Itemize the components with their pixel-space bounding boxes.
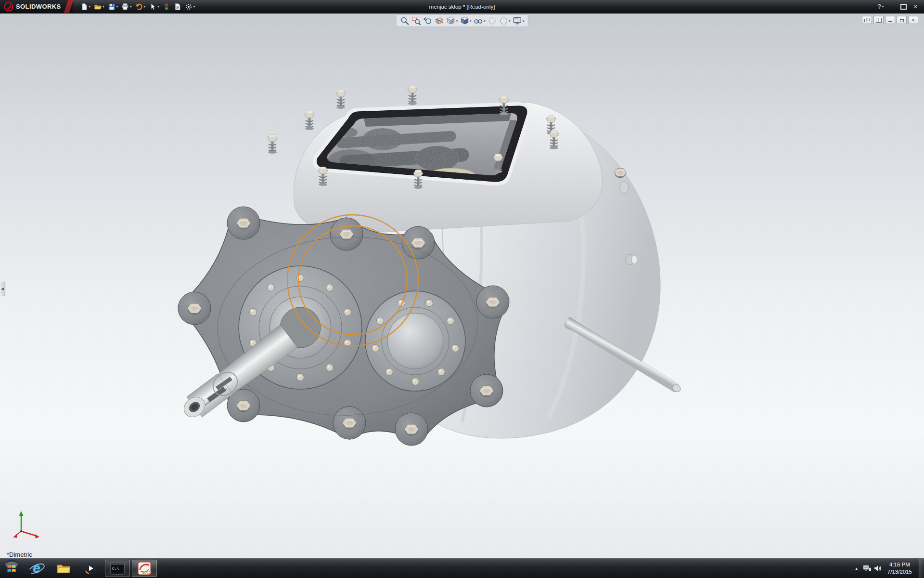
model-canvas[interactable] (0, 13, 924, 559)
start-button[interactable] (0, 559, 23, 578)
close-button[interactable]: × (911, 2, 920, 11)
graphics-area[interactable]: ▾ ▾ ▾ ▾ ▾ × ◀ *Dimetric (0, 13, 924, 559)
zoom-to-area-button[interactable] (411, 15, 422, 26)
restore-icon (899, 18, 905, 23)
minimize-document-button[interactable] (885, 16, 895, 24)
solidworks-badge: 2015 (142, 570, 151, 575)
chevron-down-icon[interactable]: ▾ (523, 19, 525, 23)
internet-explorer-icon: e (33, 562, 40, 575)
hide-show-items-button[interactable]: ▾ (473, 15, 486, 26)
minimize-button[interactable]: – (887, 2, 897, 11)
view-settings-icon (513, 16, 522, 26)
edit-appearance-button[interactable] (487, 15, 497, 26)
previous-view-button[interactable] (423, 15, 433, 26)
network-monitor-icon (863, 565, 872, 572)
volume-icon[interactable] (873, 561, 883, 576)
taskbar-solidworks[interactable]: 2015 (132, 560, 157, 577)
minimize-icon (887, 18, 893, 23)
previous-view-icon (423, 16, 433, 26)
chevron-down-icon[interactable]: ▾ (456, 19, 458, 23)
chevron-down-icon[interactable]: ▾ (144, 5, 146, 8)
taskbar-media-player[interactable] (78, 560, 103, 577)
titlebar: SOLIDWORKS ▾ ▾ ▾ ▾ ▾ ▾ ▾ menjac sklop * … (0, 0, 924, 13)
restore-document-button[interactable] (897, 16, 907, 24)
chevron-down-icon: ▾ (882, 5, 884, 8)
save-button[interactable]: ▾ (106, 2, 120, 12)
tile-icon (876, 18, 882, 23)
file-properties-button[interactable] (172, 2, 183, 12)
chevron-down-icon[interactable]: ▾ (89, 5, 91, 8)
window-controls: ?▾ – × (874, 2, 924, 11)
taskbar-command-prompt[interactable]: C:\ (105, 560, 130, 577)
chevron-down-icon[interactable]: ▾ (116, 5, 118, 8)
appearance-ball-icon (487, 16, 497, 26)
restore-icon (900, 4, 907, 10)
chevron-down-icon[interactable]: ▾ (470, 19, 472, 23)
heads-up-toolbar: ▾ ▾ ▾ ▾ ▾ (396, 14, 528, 27)
new-document-icon (80, 3, 88, 11)
display-style-button[interactable]: ▾ (459, 15, 472, 26)
feature-manager-toggle[interactable]: ◀ (0, 282, 5, 296)
chevron-down-icon[interactable]: ▾ (103, 5, 104, 8)
orientation-triad (13, 511, 39, 539)
chevron-down-icon[interactable]: ▾ (130, 5, 132, 8)
close-document-button[interactable]: × (908, 16, 918, 24)
help-glyph: ? (877, 3, 881, 10)
show-hidden-icons-button[interactable]: ▴ (851, 561, 862, 576)
options-gear-icon (185, 3, 192, 11)
network-icon[interactable] (862, 561, 873, 576)
undo-button[interactable]: ▾ (134, 2, 147, 12)
save-floppy-icon (108, 3, 116, 11)
chevron-down-icon[interactable]: ▾ (157, 5, 159, 8)
speaker-icon (873, 565, 882, 572)
window-title: menjac sklop * [Read-only] (429, 4, 495, 10)
rebuild-stoplight-icon (163, 3, 170, 11)
clock-date: 7/13/2015 (887, 568, 912, 576)
orientation-label: *Dimetric (7, 551, 32, 558)
view-orientation-cube-icon (446, 16, 456, 26)
cascade-icon (864, 18, 870, 23)
chevron-down-icon[interactable]: ▾ (509, 19, 511, 23)
open-folder-icon (94, 3, 102, 11)
chevron-down-icon[interactable]: ▾ (193, 5, 195, 8)
dassault-logo-icon (4, 2, 13, 12)
restore-button[interactable] (898, 3, 910, 11)
system-tray: ▴ 4:16 PM 7/13/2015 (851, 559, 924, 578)
taskbar-internet-explorer[interactable]: e (24, 560, 49, 577)
taskbar-clock[interactable]: 4:16 PM 7/13/2015 (883, 561, 916, 576)
secondary-shaft-boss[interactable] (365, 291, 465, 391)
cursor-icon (149, 3, 156, 11)
options-button[interactable]: ▾ (183, 2, 197, 12)
brand-accent (64, 0, 73, 13)
windows-start-icon (2, 559, 21, 578)
command-prompt-icon: C:\ (110, 562, 125, 575)
taskbar-windows-explorer[interactable] (51, 560, 76, 577)
zoom-to-fit-icon (400, 16, 410, 26)
solidworks-logo: SOLIDWORKS (0, 0, 73, 13)
tile-windows-button[interactable] (873, 16, 884, 24)
taskbar-items: e C:\ (23, 559, 158, 578)
help-button[interactable]: ?▾ (874, 2, 886, 11)
cascade-windows-button[interactable] (862, 16, 872, 24)
chevron-down-icon[interactable]: ▾ (484, 19, 486, 23)
view-settings-button[interactable]: ▾ (512, 15, 525, 26)
section-view-button[interactable] (434, 15, 445, 26)
apply-scene-button[interactable]: ▾ (498, 15, 511, 26)
clock-time: 4:16 PM (889, 561, 910, 568)
zoom-to-area-icon (411, 16, 421, 26)
zoom-to-fit-button[interactable] (399, 15, 410, 26)
print-button[interactable]: ▾ (120, 2, 133, 12)
solidworks-icon: 2015 (137, 562, 152, 575)
rebuild-button[interactable] (161, 2, 172, 12)
view-orientation-button[interactable]: ▾ (446, 15, 459, 26)
section-view-icon (435, 16, 444, 26)
select-button[interactable]: ▾ (147, 2, 161, 12)
open-button[interactable]: ▾ (92, 2, 106, 12)
display-style-icon (460, 16, 469, 26)
show-desktop-button[interactable] (919, 559, 924, 578)
file-properties-icon (174, 3, 181, 11)
printer-icon (121, 3, 129, 11)
new-button[interactable]: ▾ (79, 2, 92, 12)
document-window-controls: × (862, 16, 918, 24)
folder-icon (56, 563, 71, 574)
